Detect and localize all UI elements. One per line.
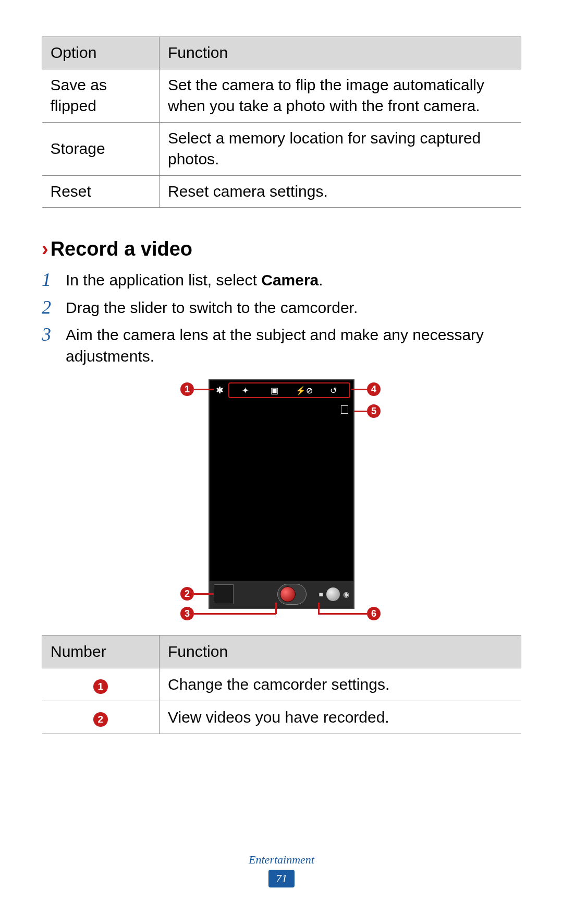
table-row: 1 Change the camcorder settings. bbox=[42, 668, 521, 701]
effects-icon: ✦ bbox=[230, 383, 260, 397]
callout-badge: 4 bbox=[367, 382, 381, 396]
record-dot-icon bbox=[280, 586, 296, 602]
record-button bbox=[277, 584, 307, 605]
callout-badge: 2 bbox=[180, 587, 194, 601]
callout-line bbox=[194, 389, 214, 390]
callout-line bbox=[351, 389, 367, 390]
callout-badge: 6 bbox=[367, 607, 381, 620]
section-heading: › Record a video bbox=[42, 238, 521, 260]
list-item: 2 Drag the slider to switch to the camco… bbox=[42, 297, 521, 319]
storage-icon bbox=[341, 405, 348, 414]
callout-line bbox=[318, 613, 367, 615]
table-row: Save as flipped Set the camera to flip t… bbox=[42, 69, 521, 122]
options-table: Option Function Save as flipped Set the … bbox=[42, 37, 521, 208]
step-text: In the application list, select Camera. bbox=[66, 270, 521, 291]
number-cell: 2 bbox=[42, 701, 160, 734]
callout-line bbox=[354, 411, 367, 412]
option-name: Storage bbox=[42, 122, 160, 175]
section-title: Record a video bbox=[51, 238, 192, 260]
step-text-after: . bbox=[319, 271, 323, 289]
steps-list: 1 In the application list, select Camera… bbox=[42, 270, 521, 367]
callout-line bbox=[318, 603, 320, 614]
option-name: Save as flipped bbox=[42, 69, 160, 122]
option-function: Set the camera to flip the image automat… bbox=[160, 69, 521, 122]
callout-badge: 3 bbox=[180, 607, 194, 620]
gear-icon: ✱ bbox=[213, 383, 226, 397]
number-badge: 2 bbox=[93, 712, 108, 727]
option-function: Reset camera settings. bbox=[160, 175, 521, 208]
table-row: 2 View videos you have recorded. bbox=[42, 701, 521, 734]
step-text-bold: Camera bbox=[261, 271, 319, 289]
number-badge: 1 bbox=[93, 679, 108, 694]
phone-frame: ✱ ✦ ▣ ⚡⊘ ↺ ■ ◉ bbox=[209, 379, 354, 609]
callout-badge: 1 bbox=[180, 382, 194, 396]
table-row: Reset Reset camera settings. bbox=[42, 175, 521, 208]
number-cell: 1 bbox=[42, 668, 160, 701]
callout-badge: 5 bbox=[367, 404, 381, 418]
recording-mode-icon: ▣ bbox=[260, 383, 290, 397]
step-text: Drag the slider to switch to the camcord… bbox=[66, 297, 521, 319]
video-icon: ■ bbox=[319, 590, 323, 598]
camera-icon: ◉ bbox=[343, 590, 349, 598]
option-name: Reset bbox=[42, 175, 160, 208]
mode-switch: ■ ◉ bbox=[319, 587, 349, 601]
callout-line bbox=[194, 593, 214, 595]
table-row: Storage Select a memory location for sav… bbox=[42, 122, 521, 175]
callout-line bbox=[275, 603, 277, 614]
switch-camera-icon: ↺ bbox=[319, 383, 349, 397]
page-footer: Entertainment 71 bbox=[0, 853, 563, 887]
function-header: Function bbox=[160, 635, 521, 668]
step-text-before: In the application list, select bbox=[66, 271, 261, 289]
function-cell: View videos you have recorded. bbox=[160, 701, 521, 734]
options-header-function: Function bbox=[160, 37, 521, 69]
callout-line bbox=[194, 613, 276, 615]
camcorder-topbar: ✱ ✦ ▣ ⚡⊘ ↺ bbox=[210, 380, 353, 400]
camcorder-bottombar: ■ ◉ bbox=[210, 581, 353, 608]
switch-knob-icon bbox=[326, 587, 340, 601]
option-function: Select a memory location for saving capt… bbox=[160, 122, 521, 175]
page-number-badge: 71 bbox=[268, 870, 295, 887]
step-number: 1 bbox=[42, 270, 56, 291]
step-text: Aim the camera lens at the subject and m… bbox=[66, 325, 521, 367]
video-thumbnail bbox=[214, 584, 234, 604]
list-item: 1 In the application list, select Camera… bbox=[42, 270, 521, 291]
footer-section-label: Entertainment bbox=[0, 853, 563, 867]
shortcut-panel: ✦ ▣ ⚡⊘ ↺ bbox=[228, 382, 350, 398]
phone-illustration: ✱ ✦ ▣ ⚡⊘ ↺ ■ ◉ bbox=[42, 379, 521, 619]
number-header: Number bbox=[42, 635, 160, 668]
step-number: 2 bbox=[42, 297, 56, 318]
function-cell: Change the camcorder settings. bbox=[160, 668, 521, 701]
number-function-table: Number Function 1 Change the camcorder s… bbox=[42, 635, 521, 734]
step-number: 3 bbox=[42, 325, 56, 345]
flash-icon: ⚡⊘ bbox=[289, 383, 319, 397]
chevron-right-icon: › bbox=[42, 238, 48, 260]
options-header-option: Option bbox=[42, 37, 160, 69]
list-item: 3 Aim the camera lens at the subject and… bbox=[42, 325, 521, 367]
